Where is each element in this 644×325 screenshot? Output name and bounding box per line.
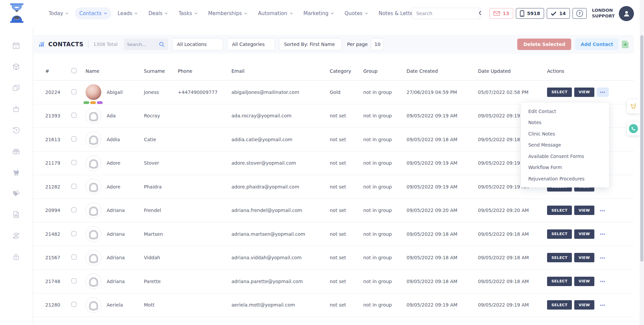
view-button[interactable]: VIEW — [574, 206, 594, 215]
account-sync-icon — [12, 232, 20, 240]
menu-item-notes[interactable]: Notes — [521, 117, 609, 128]
menu-item-workflow-form[interactable]: Workflow Form — [521, 162, 609, 173]
delete-selected-button[interactable]: Delete Selected — [517, 39, 571, 50]
scrollbar-thumb[interactable] — [640, 35, 643, 262]
view-button[interactable]: VIEW — [574, 277, 594, 286]
more-actions-button[interactable]: ••• — [597, 88, 609, 97]
row-checkbox[interactable] — [71, 184, 76, 189]
menu-item-rejuvenation-procedures[interactable]: Rejuvenation Procedures — [521, 173, 609, 184]
nav-item-deals[interactable]: Deals — [144, 7, 172, 19]
row-checkbox[interactable] — [71, 255, 76, 260]
select-button[interactable]: SELECT — [547, 229, 572, 239]
menu-item-send-message[interactable]: Send Message — [521, 140, 609, 151]
select-button[interactable]: SELECT — [547, 88, 572, 97]
help-badge[interactable]: ? — [573, 8, 587, 19]
select-button[interactable]: SELECT — [547, 206, 572, 215]
row-checkbox[interactable] — [71, 160, 76, 165]
location-filter[interactable]: All Locations — [172, 38, 223, 50]
select-button[interactable]: SELECT — [547, 277, 572, 286]
call-float-button[interactable] — [627, 121, 640, 136]
phone-badge[interactable]: 5918 — [516, 8, 544, 19]
select-all-checkbox[interactable] — [71, 68, 76, 73]
menu-item-available-consent-forms[interactable]: Available Consent Forms — [521, 151, 609, 162]
row-checkbox[interactable] — [71, 207, 76, 212]
contact-name-cell: Aeriela — [86, 297, 144, 313]
add-contact-button[interactable]: Add Contact — [575, 39, 619, 50]
nav-item-memberships[interactable]: Memberships — [204, 7, 252, 19]
per-page-selector[interactable]: 10 — [371, 38, 384, 50]
view-button[interactable]: VIEW — [574, 229, 594, 239]
category-filter[interactable]: All Categories — [227, 38, 275, 50]
view-button[interactable]: VIEW — [574, 253, 594, 262]
sidebar-copy-icon[interactable] — [12, 84, 20, 92]
contacts-table: #NameSurnamePhoneEmailCategoryGroupDate … — [34, 62, 634, 317]
row-checkbox[interactable] — [71, 278, 76, 283]
search-icon[interactable] — [159, 42, 165, 47]
nav-item-label: Automation — [258, 10, 287, 16]
select-button[interactable]: SELECT — [547, 300, 572, 310]
view-button[interactable]: VIEW — [574, 88, 594, 97]
sidebar-price-tags-icon[interactable] — [12, 189, 20, 198]
more-actions-button[interactable]: ••• — [597, 300, 609, 310]
nav-item-automation[interactable]: Automation — [254, 7, 297, 19]
row-checkbox[interactable] — [71, 137, 76, 142]
row-checkbox[interactable] — [71, 302, 76, 307]
nav-item-marketing[interactable]: Marketing — [299, 7, 338, 19]
user-avatar-button[interactable] — [619, 6, 634, 21]
contact-default-avatar[interactable] — [86, 131, 101, 147]
contact-photo-avatar[interactable] — [86, 84, 101, 100]
select-button[interactable]: SELECT — [547, 253, 572, 262]
sidebar-basket-icon[interactable] — [12, 105, 20, 113]
sidebar-history-icon[interactable] — [12, 126, 20, 134]
nav-item-tasks[interactable]: Tasks — [174, 7, 202, 19]
app-logo[interactable] — [8, 3, 25, 23]
contact-default-avatar[interactable] — [86, 179, 101, 195]
column-header: Group — [363, 68, 407, 74]
global-search-input[interactable] — [412, 8, 479, 19]
row-checkbox[interactable] — [71, 231, 76, 236]
nav-item-leads[interactable]: Leads — [113, 7, 142, 19]
contact-default-avatar[interactable] — [86, 203, 101, 218]
cart-float-button[interactable] — [627, 99, 640, 113]
row-id: 21748 — [45, 279, 71, 284]
nav-item-today[interactable]: Today — [44, 7, 73, 19]
contact-first-name: Abigail — [107, 90, 123, 95]
menu-item-edit-contact[interactable]: Edit Contact — [521, 106, 609, 117]
nav-item-quotes[interactable]: Quotes — [340, 7, 372, 19]
row-id: 21393 — [45, 113, 71, 118]
sidebar-gift-icon[interactable] — [12, 147, 20, 155]
nav-item-label: Marketing — [304, 10, 329, 16]
package-icon — [12, 63, 20, 71]
contact-default-avatar[interactable] — [86, 250, 101, 266]
more-actions-button[interactable]: ••• — [597, 229, 609, 239]
phone-count: 5918 — [527, 11, 540, 16]
sidebar-account-sync-icon[interactable] — [12, 232, 20, 240]
more-actions-button[interactable]: ••• — [597, 206, 609, 215]
nav-item-contacts[interactable]: Contacts — [75, 7, 111, 19]
sidebar-lock-icon[interactable] — [12, 253, 20, 261]
sidebar-calendar-icon[interactable]: 12 — [12, 42, 20, 50]
row-checkbox[interactable] — [71, 89, 76, 94]
mail-badge[interactable]: 13 — [489, 8, 513, 19]
row-checkbox[interactable] — [71, 113, 76, 118]
contact-default-avatar[interactable] — [86, 297, 101, 313]
tasks-badge[interactable]: 14 — [547, 8, 570, 19]
contact-default-avatar[interactable] — [86, 155, 101, 171]
contact-default-avatar[interactable] — [86, 108, 101, 124]
column-header: Category — [330, 68, 363, 74]
contact-name-cell: Abigail — [86, 84, 144, 100]
contacts-search-input[interactable] — [127, 42, 157, 47]
menu-item-clinic-notes[interactable]: Clinic Notes — [521, 128, 609, 140]
sidebar-report-icon[interactable] — [12, 211, 20, 219]
search-icon[interactable] — [479, 8, 481, 19]
quick-add-button[interactable]: + — [622, 41, 629, 48]
sort-filter[interactable]: Sorted By: First Name — [279, 38, 342, 50]
contact-default-avatar[interactable] — [86, 226, 101, 242]
view-button[interactable]: VIEW — [574, 300, 594, 310]
sidebar-package-icon[interactable] — [12, 63, 20, 71]
date-created: 09/05/2022 09:18 AM — [407, 137, 478, 142]
more-actions-button[interactable]: ••• — [597, 253, 609, 262]
more-actions-button[interactable]: ••• — [597, 277, 609, 286]
sidebar-cart-icon[interactable] — [12, 168, 20, 176]
contact-default-avatar[interactable] — [86, 273, 101, 289]
